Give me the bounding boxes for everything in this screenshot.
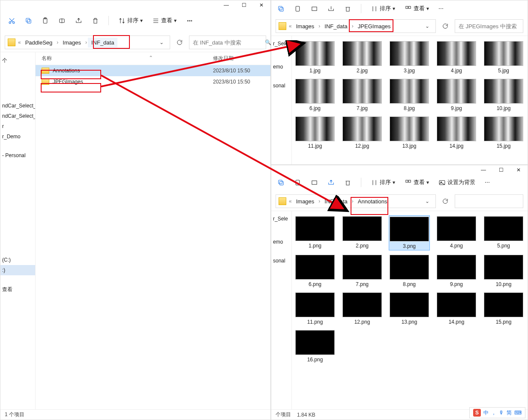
sidebar-item[interactable]: 个 bbox=[0, 55, 35, 66]
thumbnail-item[interactable]: 3.jpg bbox=[389, 40, 430, 74]
copy-icon[interactable] bbox=[276, 177, 286, 188]
thumbnail-item[interactable]: 8.png bbox=[389, 254, 430, 288]
thumbnail-item[interactable]: 5.jpg bbox=[483, 40, 524, 74]
share-icon[interactable] bbox=[73, 15, 84, 26]
thumbnail-item[interactable]: 5.png bbox=[483, 215, 524, 250]
list-row-annotations[interactable]: Annotations 2023/8/10 15:50 bbox=[36, 65, 270, 76]
refresh-icon[interactable] bbox=[438, 194, 452, 208]
toolbar: 排序▾ 查看▾ bbox=[0, 8, 270, 33]
thumbnail-item[interactable]: 8.jpg bbox=[389, 78, 430, 112]
chevron-down-icon[interactable]: ⌄ bbox=[422, 197, 433, 206]
thumbnail-item[interactable]: 4.jpg bbox=[436, 40, 477, 74]
thumbnail-item[interactable]: 14.jpg bbox=[436, 116, 477, 150]
thumbnail-image bbox=[342, 41, 382, 66]
sidebar: r_Sele emo sonal bbox=[271, 36, 292, 164]
thumbnail-item[interactable]: 6.png bbox=[294, 254, 336, 288]
breadcrumb-item[interactable]: PaddleSeg bbox=[22, 38, 56, 48]
thumbnail-item[interactable]: 1.png bbox=[294, 215, 336, 250]
minimize-button[interactable]: — bbox=[481, 167, 486, 173]
thumbnail-item[interactable]: 3.png bbox=[389, 215, 430, 250]
sort-button[interactable]: 排序▾ bbox=[117, 15, 144, 26]
sidebar-item[interactable]: ndCar_Select_F bbox=[0, 101, 35, 111]
more-icon[interactable]: ⋯ bbox=[437, 4, 445, 13]
thumbnail-image bbox=[342, 216, 382, 241]
share-icon[interactable] bbox=[326, 3, 336, 14]
thumbnail-label: 6.png bbox=[309, 281, 321, 287]
share-icon[interactable] bbox=[326, 177, 336, 188]
maximize-button[interactable]: ☐ bbox=[242, 2, 246, 8]
search-icon[interactable]: 🔍 bbox=[265, 39, 271, 45]
thumbnail-item[interactable]: 11.jpg bbox=[294, 116, 336, 150]
cut-icon[interactable] bbox=[6, 15, 17, 26]
thumbnail-item[interactable]: 1.jpg bbox=[294, 40, 336, 74]
folder-icon bbox=[42, 79, 49, 85]
sidebar-item[interactable]: 查看 bbox=[0, 284, 35, 295]
more-icon[interactable]: ⋯ bbox=[483, 178, 492, 187]
thumbnail-item[interactable]: 14.png bbox=[436, 292, 477, 326]
thumbnail-item[interactable]: 15.png bbox=[483, 292, 524, 326]
close-button[interactable]: ✕ bbox=[259, 2, 264, 8]
thumbnail-item[interactable]: 9.jpg bbox=[436, 78, 477, 112]
breadcrumb-item[interactable]: Images bbox=[59, 38, 84, 48]
view-button[interactable]: 查看▾ bbox=[150, 15, 178, 26]
search-input[interactable]: 🔍 bbox=[189, 36, 266, 49]
breadcrumb-item[interactable]: INF_data bbox=[88, 38, 117, 48]
thumbnail-item[interactable]: 16.png bbox=[294, 329, 336, 363]
sort-button[interactable]: 排序▾ bbox=[369, 3, 397, 14]
thumbnail-item[interactable]: 6.jpg bbox=[294, 78, 336, 112]
paste-icon[interactable] bbox=[292, 177, 303, 188]
breadcrumb[interactable]: « Images › INF_data › JPEGImages ⌄ bbox=[276, 19, 436, 33]
thumbnail-item[interactable]: 15.jpg bbox=[483, 116, 524, 150]
chevron-down-icon[interactable]: ⌄ bbox=[156, 38, 167, 47]
refresh-icon[interactable] bbox=[438, 19, 452, 33]
rename-icon[interactable] bbox=[57, 15, 67, 26]
sidebar-item[interactable]: ndCar_Select_F bbox=[0, 111, 35, 121]
thumbnail-item[interactable]: 2.jpg bbox=[342, 40, 383, 74]
column-date[interactable]: 修改日期 bbox=[213, 55, 264, 62]
sidebar-item[interactable]: r_Demo bbox=[0, 131, 35, 142]
thumbnail-item[interactable]: 4.png bbox=[436, 215, 477, 250]
thumbnail-item[interactable]: 2.png bbox=[342, 215, 383, 250]
search-input[interactable]: 🔍 bbox=[455, 194, 523, 208]
rename-icon[interactable] bbox=[309, 177, 320, 188]
sidebar-item[interactable]: r bbox=[0, 121, 35, 131]
delete-icon[interactable] bbox=[342, 3, 353, 14]
thumbnail-item[interactable]: 7.jpg bbox=[342, 78, 383, 112]
refresh-icon[interactable] bbox=[173, 36, 186, 49]
paste-icon[interactable] bbox=[292, 3, 303, 14]
more-icon[interactable] bbox=[184, 15, 195, 26]
thumbnail-item[interactable]: 13.jpg bbox=[389, 116, 430, 150]
maximize-button[interactable]: ☐ bbox=[499, 167, 504, 173]
column-name[interactable]: 名称 bbox=[42, 55, 149, 62]
search-input[interactable]: 🔍 bbox=[455, 19, 523, 33]
view-button[interactable]: 查看▾ bbox=[403, 3, 431, 14]
set-background-button[interactable]: 设置为背景 bbox=[437, 177, 477, 188]
delete-icon[interactable] bbox=[90, 15, 101, 26]
paste-icon[interactable] bbox=[40, 15, 51, 26]
breadcrumb[interactable]: « PaddleSeg › Images › INF_data ⌄ bbox=[5, 36, 170, 49]
list-row-jpegimages[interactable]: JPEGImages 2023/8/10 15:50 bbox=[36, 76, 270, 87]
chevron-down-icon[interactable]: ⌄ bbox=[422, 21, 433, 31]
view-button[interactable]: 查看▾ bbox=[403, 177, 431, 188]
delete-icon[interactable] bbox=[342, 177, 353, 188]
sort-button[interactable]: 排序▾ bbox=[369, 177, 397, 188]
breadcrumb[interactable]: « Images › INF_data › Annotations ⌄ bbox=[276, 194, 436, 208]
thumbnail-item[interactable]: 9.png bbox=[436, 254, 477, 288]
sidebar-item[interactable]: - Personal bbox=[0, 150, 35, 161]
thumbnail-item[interactable]: 7.png bbox=[342, 254, 383, 288]
close-button[interactable]: ✕ bbox=[516, 167, 521, 173]
thumbnail-item[interactable]: 10.png bbox=[483, 254, 524, 288]
thumbnail-item[interactable]: 13.png bbox=[389, 292, 430, 326]
copy-icon[interactable] bbox=[276, 3, 286, 14]
sidebar-item[interactable]: :) bbox=[0, 265, 35, 275]
rename-icon[interactable] bbox=[309, 3, 320, 14]
thumbnail-item[interactable]: 12.jpg bbox=[342, 116, 383, 150]
thumbnail-item[interactable]: 12.png bbox=[342, 292, 383, 326]
thumbnail-label: 14.png bbox=[449, 319, 465, 325]
thumbnail-item[interactable]: 11.png bbox=[294, 292, 336, 326]
minimize-button[interactable]: — bbox=[224, 2, 229, 8]
sidebar-item[interactable]: (C:) bbox=[0, 255, 35, 265]
ime-toolbar[interactable]: S 中 ， 🎙 简 ⌨ bbox=[469, 407, 525, 418]
copy-icon[interactable] bbox=[23, 15, 34, 26]
thumbnail-item[interactable]: 10.jpg bbox=[483, 78, 524, 112]
